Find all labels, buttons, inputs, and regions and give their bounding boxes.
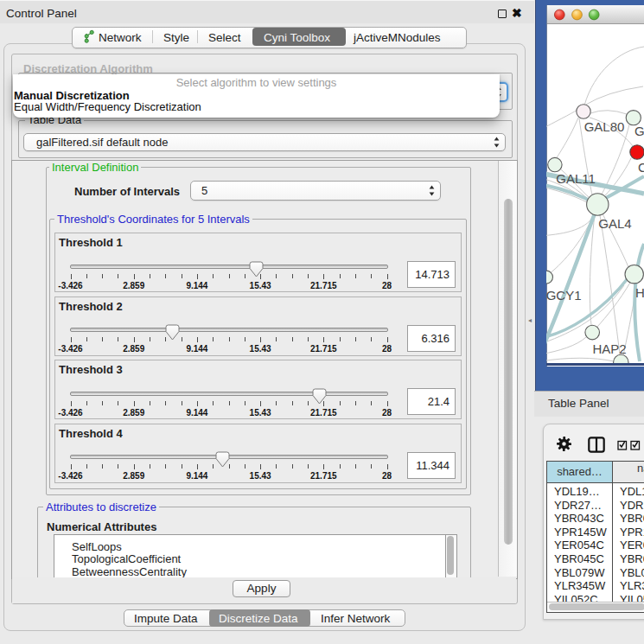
svg-text:H: H: [635, 285, 644, 300]
svg-text:GCY1: GCY1: [546, 288, 582, 303]
svg-text:GAL11: GAL11: [556, 171, 596, 186]
svg-text:GA: GA: [634, 124, 644, 138]
svg-text:GAL4: GAL4: [598, 216, 631, 231]
svg-text:C: C: [638, 160, 644, 175]
svg-text:GAL80: GAL80: [584, 119, 625, 134]
svg-text:HAP2: HAP2: [592, 341, 626, 356]
